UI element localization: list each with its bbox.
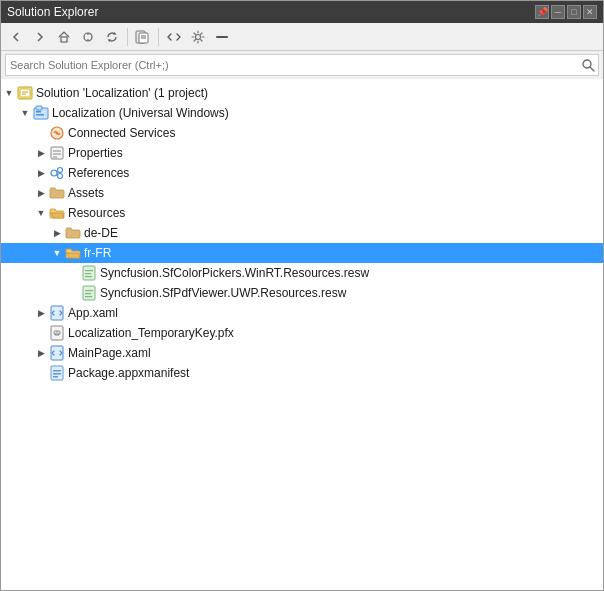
maximize-button[interactable]: □: [567, 5, 581, 19]
tree-item-label: MainPage.xaml: [68, 346, 151, 360]
properties-icon: [49, 145, 65, 161]
svg-point-26: [51, 170, 57, 176]
svg-rect-33: [85, 273, 91, 274]
tree-item[interactable]: ▼Solution 'Localization' (1 project): [1, 83, 603, 103]
svg-rect-45: [53, 370, 61, 372]
tree-item-label: Package.appxmanifest: [68, 366, 189, 380]
folder-open-icon: [49, 205, 65, 221]
tree-item-label: Syncfusion.SfColorPickers.WinRT.Resource…: [100, 266, 369, 280]
tree-item-label: Assets: [68, 186, 104, 200]
title-bar-controls: 📌 ─ □ ✕: [535, 5, 597, 19]
back-button[interactable]: [5, 26, 27, 48]
expander-icon[interactable]: ▼: [49, 245, 65, 261]
tree-item-label: Syncfusion.SfPdfViewer.UWP.Resources.res…: [100, 286, 346, 300]
references-icon: [49, 165, 65, 181]
expander-icon[interactable]: ▶: [33, 185, 49, 201]
tree-item-label: fr-FR: [84, 246, 111, 260]
tree-item[interactable]: Connected Services: [1, 123, 603, 143]
tree-item[interactable]: ▶Assets: [1, 183, 603, 203]
project-icon: [33, 105, 49, 121]
tree-item-label: Localization (Universal Windows): [52, 106, 229, 120]
expander-icon[interactable]: ▼: [17, 105, 33, 121]
toolbar: [1, 23, 603, 51]
collapse-button[interactable]: [211, 26, 233, 48]
expander-icon[interactable]: ▼: [1, 85, 17, 101]
separator-2: [158, 28, 159, 46]
svg-rect-40: [51, 326, 63, 340]
tree-item[interactable]: ▶de-DE: [1, 223, 603, 243]
svg-rect-46: [53, 373, 61, 375]
tree-item[interactable]: ▶Properties: [1, 143, 603, 163]
tree-item[interactable]: ▶MainPage.xaml: [1, 343, 603, 363]
svg-point-21: [56, 132, 59, 135]
expander-icon[interactable]: ▶: [33, 165, 49, 181]
svg-rect-17: [36, 106, 42, 110]
expander-icon[interactable]: ▶: [33, 145, 49, 161]
search-icon[interactable]: [578, 55, 598, 75]
expander-icon[interactable]: ▶: [49, 225, 65, 241]
pin-button[interactable]: 📌: [535, 5, 549, 19]
folder-open-icon: [65, 245, 81, 261]
svg-point-28: [58, 174, 63, 179]
svg-rect-18: [36, 111, 41, 113]
sync-button[interactable]: [77, 26, 99, 48]
svg-line-11: [591, 68, 595, 72]
tree-item-label: References: [68, 166, 129, 180]
tree-item-label: Localization_TemporaryKey.pfx: [68, 326, 234, 340]
expander-icon[interactable]: ▶: [33, 345, 49, 361]
tree-item-label: Solution 'Localization' (1 project): [36, 86, 208, 100]
svg-rect-47: [53, 376, 58, 378]
connected-icon: [49, 125, 65, 141]
close-button[interactable]: ✕: [583, 5, 597, 19]
tree-item[interactable]: Syncfusion.SfPdfViewer.UWP.Resources.res…: [1, 283, 603, 303]
tree-item[interactable]: ▶References: [1, 163, 603, 183]
svg-rect-13: [20, 89, 30, 97]
folder-icon: [65, 225, 81, 241]
new-solution-explorer-view-button[interactable]: [132, 26, 154, 48]
expander-icon[interactable]: ▼: [33, 205, 49, 221]
tree-item[interactable]: Localization_TemporaryKey.pfx: [1, 323, 603, 343]
svg-rect-37: [85, 293, 91, 294]
tree-item-label: Resources: [68, 206, 125, 220]
refresh-button[interactable]: [101, 26, 123, 48]
svg-rect-36: [85, 290, 93, 291]
svg-rect-38: [85, 296, 92, 297]
svg-point-8: [196, 34, 201, 39]
solution-icon: [17, 85, 33, 101]
xaml-icon: [49, 345, 65, 361]
svg-point-27: [58, 168, 63, 173]
window-title: Solution Explorer: [7, 5, 98, 19]
forward-button[interactable]: [29, 26, 51, 48]
svg-rect-34: [85, 276, 92, 277]
pfx-icon: [49, 325, 65, 341]
resw-icon: [81, 285, 97, 301]
search-bar[interactable]: [5, 54, 599, 76]
tree-item-label: App.xaml: [68, 306, 118, 320]
tree-item[interactable]: ▼fr-FR: [1, 243, 603, 263]
tree-item[interactable]: ▼Resources: [1, 203, 603, 223]
tree-item-label: Connected Services: [68, 126, 175, 140]
tree-item-label: Properties: [68, 146, 123, 160]
tree-item[interactable]: Syncfusion.SfColorPickers.WinRT.Resource…: [1, 263, 603, 283]
svg-line-29: [57, 172, 58, 174]
expander-icon[interactable]: ▶: [33, 305, 49, 321]
separator-1: [127, 28, 128, 46]
resw-icon: [81, 265, 97, 281]
xaml-icon: [49, 305, 65, 321]
tree-item[interactable]: Package.appxmanifest: [1, 363, 603, 383]
search-input[interactable]: [6, 59, 578, 71]
title-bar-left: Solution Explorer: [7, 5, 98, 19]
svg-point-42: [56, 331, 58, 333]
tree-item[interactable]: ▼Localization (Universal Windows): [1, 103, 603, 123]
code-button[interactable]: [163, 26, 185, 48]
tree-area: ▼Solution 'Localization' (1 project)▼Loc…: [1, 79, 603, 590]
home-button[interactable]: [53, 26, 75, 48]
tree-item-label: de-DE: [84, 226, 118, 240]
tree-item[interactable]: ▶App.xaml: [1, 303, 603, 323]
properties-button[interactable]: [187, 26, 209, 48]
svg-line-30: [57, 173, 58, 175]
minimize-button[interactable]: ─: [551, 5, 565, 19]
svg-rect-32: [85, 270, 93, 271]
folder-icon: [49, 185, 65, 201]
svg-point-10: [583, 60, 591, 68]
